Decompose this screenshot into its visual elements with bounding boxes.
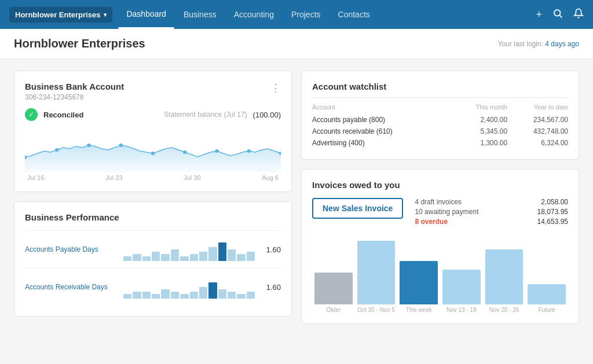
stat-row-overdue: 8 overdue 14,653.95 [415,218,568,226]
svg-point-5 [119,144,123,147]
bar [199,252,207,261]
ytd-value: 6,324.00 [507,137,568,149]
svg-point-4 [87,144,91,147]
bar-chart-labels: Older Oct 30 - Nov 5 This week Nov 13 - … [312,307,568,313]
perf-row-receivable: Accounts Receivable Days [25,268,281,306]
account-name: Accounts payable (800) [312,114,452,126]
bar-label-nov20: Nov 20 - 26 [485,307,524,313]
stat-row-draft: 4 draft invoices 2,058.00 [415,198,568,206]
bar [190,254,198,261]
table-row: Accounts payable (800) 2,400.00 234,567.… [312,114,568,126]
last-login-link[interactable]: 4 days ago [545,40,579,48]
bar [133,292,141,299]
payable-bars-chart [123,238,255,261]
bar-future [528,284,566,304]
bar [247,292,255,299]
bar [180,294,188,299]
bar [142,292,151,299]
nav-link-dashboard[interactable]: Dashboard [118,0,174,29]
search-icon[interactable] [552,8,563,21]
awaiting-label: 10 awaiting payment [415,208,478,216]
add-icon[interactable]: + [536,9,542,21]
receivable-days-value: 1.60 [261,283,281,292]
draft-value: 2,058.00 [541,198,568,206]
bar-nov13 [442,270,481,304]
svg-point-3 [55,148,59,152]
nav-action-icons: + [536,8,584,21]
ytd-value: 432,748.00 [507,126,568,137]
bar [171,249,179,261]
account-name: Accounts receivable (610) [312,126,452,137]
overdue-value: 14,653.95 [537,218,568,226]
bar-col-older [314,273,353,304]
more-options-icon[interactable]: ⋮ [270,82,281,94]
bar-label-oct30: Oct 30 - Nov 5 [357,307,396,313]
watchlist-divider [312,97,568,98]
this-month-value: 5,345.00 [452,126,507,137]
bar-col-nov13 [442,270,481,304]
statement-balance: (100.00) [253,111,281,119]
nav-link-contacts[interactable]: Contacts [330,0,378,29]
right-column: Account watchlist Account This month Yea… [301,71,579,324]
perf-title: Business Performance [25,212,281,222]
invoices-bar-chart: Older Oct 30 - Nov 5 This week Nov 13 - … [312,235,568,313]
org-switcher-chevron: ▾ [104,12,107,18]
bar [133,254,141,261]
bar [142,256,151,261]
watchlist-table: Account This month Year to date Accounts… [312,104,568,149]
account-watchlist-card: Account watchlist Account This month Yea… [301,71,579,160]
bar [161,254,169,261]
draft-label: 4 draft invoices [415,198,462,206]
bar [237,254,245,261]
bar-col-oct30 [357,241,396,304]
svg-point-8 [215,149,219,153]
bar [152,294,160,299]
svg-point-0 [554,10,561,16]
table-row: Accounts receivable (610) 5,345.00 432,7… [312,126,568,137]
svg-point-6 [151,152,155,155]
col-this-month: This month [452,104,507,114]
bar [123,294,131,299]
invoice-stats: 4 draft invoices 2,058.00 10 awaiting pa… [415,198,568,226]
bar-highlight [208,282,217,299]
bar [228,292,236,299]
invoices-title: Invoices owed to you [312,180,568,190]
invoices-top-row: New Sales Invoice 4 draft invoices 2,058… [312,198,568,226]
statement-date-label: Statement balance (Jul 17) [164,111,247,119]
nav-link-business[interactable]: Business [175,0,225,29]
table-row: Advertising (400) 1,300.00 6,324.00 [312,137,568,149]
bar-col-thisweek [400,261,438,304]
svg-line-1 [559,15,562,17]
svg-point-7 [183,150,187,154]
svg-point-9 [247,149,251,153]
main-content: Business Bank Account 306-234-12345678 ⋮… [0,59,593,336]
bar [190,292,198,299]
bar [171,292,179,299]
business-performance-card: Business Performance Accounts Payable Da… [14,201,292,317]
bar-oct30 [357,241,396,304]
bank-account-card: Business Bank Account 306-234-12345678 ⋮… [14,71,292,192]
nav-link-projects[interactable]: Projects [283,0,329,29]
col-account: Account [312,104,452,114]
bar [247,252,255,261]
org-switcher[interactable]: Hornblower Enterprises ▾ [9,7,112,23]
bar [180,256,188,261]
bar [208,247,217,261]
bar-nov20 [485,249,524,304]
nav-links: Dashboard Business Accounting Projects C… [118,0,536,29]
account-name: Advertising (400) [312,137,452,149]
page-header: Hornblower Enterprises Your last login: … [0,29,593,59]
bar [152,252,160,261]
new-sales-invoice-button[interactable]: New Sales Invoice [312,198,403,219]
receivable-days-label[interactable]: Accounts Receivable Days [25,283,118,291]
ytd-value: 234,567.00 [507,114,568,126]
receivable-bars-chart [123,275,255,299]
bell-icon[interactable] [573,8,584,21]
page-title: Hornblower Enterprises [14,37,145,50]
nav-link-accounting[interactable]: Accounting [226,0,282,29]
chart-date-labels: Jul 16 Jul 23 Jul 30 Aug 6 [25,174,281,181]
bar-highlight [218,242,226,261]
perf-row-payable: Accounts Payable Days [25,230,281,268]
bar-label-older: Older [314,307,353,313]
payable-days-label[interactable]: Accounts Payable Days [25,245,118,253]
